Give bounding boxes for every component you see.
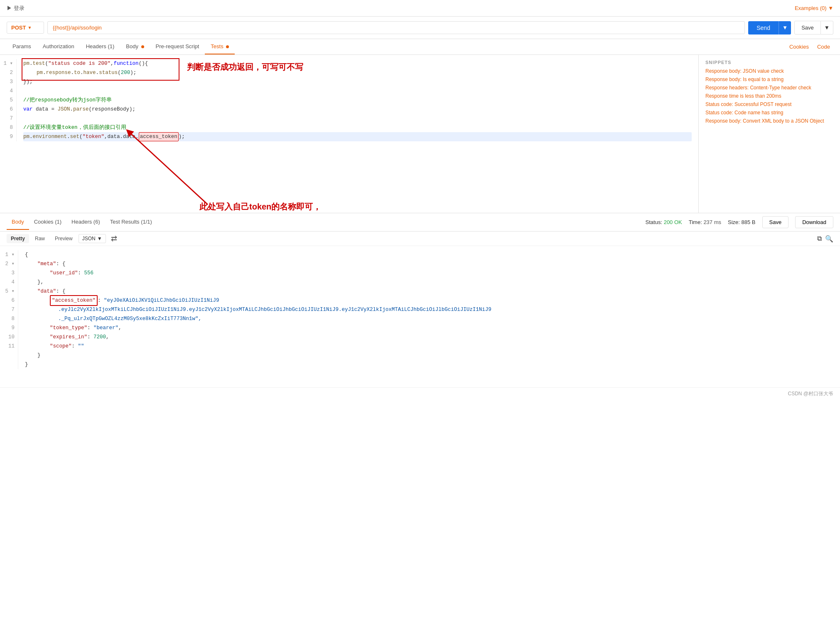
snippet-3[interactable]: Response time is less than 200ms — [705, 93, 833, 99]
line-numbers: 1 ▾ 2 3 4 5 6 7 8 9 — [0, 59, 17, 141]
copy-icon[interactable]: ⧉ — [817, 235, 822, 243]
resp-download-button[interactable]: Download — [795, 216, 833, 228]
breadcrumb-text: ▶ 登录 — [7, 5, 25, 12]
snippet-0[interactable]: Response body: JSON value check — [705, 68, 833, 74]
status-label: Status: 200 OK — [646, 219, 682, 225]
code-line-2: pm.response.to.have.status(200); — [23, 68, 692, 77]
top-bar: ▶ 登录 Examples (0) ▼ — [0, 0, 840, 17]
resp-tab-cookies[interactable]: Cookies (1) — [29, 214, 66, 230]
snippet-6[interactable]: Response body: Convert XML body to a JSO… — [705, 118, 833, 124]
response-format-bar: Pretty Raw Preview JSON ▼ ⇄ ⧉ 🔍 — [0, 232, 840, 246]
save-group: Save ▼ — [794, 21, 833, 34]
resp-line-5: "data": { — [25, 287, 833, 296]
response-tab-bar: Body Cookies (1) Headers (6) Test Result… — [0, 213, 840, 232]
code-line-8: //设置环境变量token，供后面的接口引用 — [23, 123, 692, 132]
resp-line-2: "meta": { — [25, 259, 833, 269]
raw-button[interactable]: Raw — [31, 234, 49, 243]
request-tab-bar: Params Authorization Headers (1) Body Pr… — [0, 39, 840, 55]
snippet-1[interactable]: Response body: Is equal to a string — [705, 76, 833, 82]
search-icon[interactable]: 🔍 — [825, 235, 833, 243]
tab-authorization[interactable]: Authorization — [37, 39, 80, 54]
snippet-4[interactable]: Status code: Successful POST request — [705, 101, 833, 107]
save-dropdown-button[interactable]: ▼ — [821, 21, 833, 34]
resp-line-1: { — [25, 250, 833, 259]
resp-line-8: "expires_in": 7200, — [25, 333, 833, 342]
time-label: Time: 237 ms — [689, 219, 721, 225]
resp-tab-test-results[interactable]: Test Results (1/1) — [105, 214, 157, 230]
response-status-area: Status: 200 OK Time: 237 ms Size: 885 B … — [646, 216, 833, 228]
examples-link[interactable]: Examples (0) ▼ — [795, 5, 833, 11]
code-link[interactable]: Code — [814, 39, 833, 54]
main-content: 1 ▾ 2 3 4 5 6 7 8 9 pm.test("status code… — [0, 55, 840, 213]
code-line-4 — [23, 86, 692, 96]
tab-prerequest[interactable]: Pre-request Script — [150, 39, 205, 54]
tab-params[interactable]: Params — [7, 39, 37, 54]
snippets-title: SNIPPETS — [705, 60, 833, 65]
code-line-1: pm.test("status code is 200",function(){ — [23, 59, 692, 68]
json-chevron-icon: ▼ — [97, 236, 102, 242]
code-lines[interactable]: pm.test("status code is 200",function(){… — [17, 59, 698, 141]
code-line-5: //把responsebody转为json字符串 — [23, 96, 692, 105]
tab-body[interactable]: Body — [120, 39, 150, 54]
resp-line-6c: ._Pq_ulrJxQTpGwOZL4zzM0Sy5xe8kKcZxIiT773… — [25, 314, 833, 323]
resp-line-11: } — [25, 360, 833, 369]
code-line-6: var data = JSON.parse(responseBody); — [23, 105, 692, 114]
resp-tab-body[interactable]: Body — [7, 214, 29, 230]
url-bar: POST ▼ Send ▼ Save ▼ — [0, 17, 840, 39]
resp-line-10: } — [25, 351, 833, 360]
resp-code-lines: { "meta": { "user_id": 556 }, "data": { … — [18, 250, 840, 369]
annotation-text-2: 此处写入自己token的名称即可， 具体看开发命名 — [199, 200, 321, 213]
snippet-2[interactable]: Response headers: Content-Type header ch… — [705, 85, 833, 91]
response-body: 1 ▾ 2 ▾ 3 4 5 ▾ 6 7 8 9 10 11 { "meta": … — [0, 246, 840, 387]
resp-line-numbers: 1 ▾ 2 ▾ 3 4 5 ▾ 6 7 8 9 10 11 — [0, 250, 18, 369]
send-button[interactable]: Send — [748, 21, 779, 34]
watermark: CSDN @村口张大爷 — [0, 387, 840, 400]
code-line-9: pm.environment.set("token",data.data.acc… — [23, 132, 692, 141]
resp-line-7: "token_type": "bearer", — [25, 323, 833, 333]
resp-tab-headers[interactable]: Headers (6) — [66, 214, 105, 230]
resp-line-6b: .eyJlc2VyX2lkIjoxMTkiLCJhbGciOiJIUzI1NiJ… — [25, 305, 833, 314]
tab-headers[interactable]: Headers (1) — [80, 39, 120, 54]
send-dropdown-button[interactable]: ▼ — [779, 21, 791, 34]
response-code-editor: 1 ▾ 2 ▾ 3 4 5 ▾ 6 7 8 9 10 11 { "meta": … — [0, 246, 840, 373]
tests-dot — [226, 45, 229, 48]
code-line-3: }); — [23, 77, 692, 86]
annotation-text-1: 判断是否成功返回，可写可不写 — [187, 62, 303, 73]
wrap-icon[interactable]: ⇄ — [111, 234, 117, 243]
resp-line-4: }, — [25, 278, 833, 287]
code-editor: 1 ▾ 2 3 4 5 6 7 8 9 pm.test("status code… — [0, 55, 698, 145]
tab-tests[interactable]: Tests — [205, 39, 235, 54]
code-editor-area: 1 ▾ 2 3 4 5 6 7 8 9 pm.test("status code… — [0, 55, 699, 213]
method-dropdown[interactable]: POST ▼ — [7, 22, 44, 34]
resp-line-6: "access_token": "eyJ0eXAiOiJKV1QiLCJhbGc… — [25, 296, 833, 305]
code-line-7 — [23, 114, 692, 123]
json-format-select[interactable]: JSON ▼ — [79, 234, 106, 243]
snippet-5[interactable]: Status code: Code name has string — [705, 110, 833, 116]
resp-line-9: "scope": "" — [25, 342, 833, 351]
preview-button[interactable]: Preview — [51, 234, 77, 243]
snippets-panel: SNIPPETS Response body: JSON value check… — [699, 55, 840, 213]
tab-right-links: Cookies Code — [786, 39, 833, 54]
method-chevron-icon: ▼ — [27, 25, 32, 30]
resp-save-button[interactable]: Save — [762, 216, 789, 228]
cookies-link[interactable]: Cookies — [786, 39, 812, 54]
resp-line-3: "user_id": 556 — [25, 269, 833, 278]
breadcrumb: ▶ 登录 — [7, 5, 25, 12]
body-dot — [141, 45, 144, 48]
size-label: Size: 885 B — [728, 219, 756, 225]
save-button[interactable]: Save — [794, 21, 821, 34]
method-label: POST — [11, 25, 26, 31]
pretty-button[interactable]: Pretty — [7, 234, 29, 243]
url-input[interactable] — [47, 21, 745, 34]
send-group: Send ▼ — [748, 21, 791, 34]
